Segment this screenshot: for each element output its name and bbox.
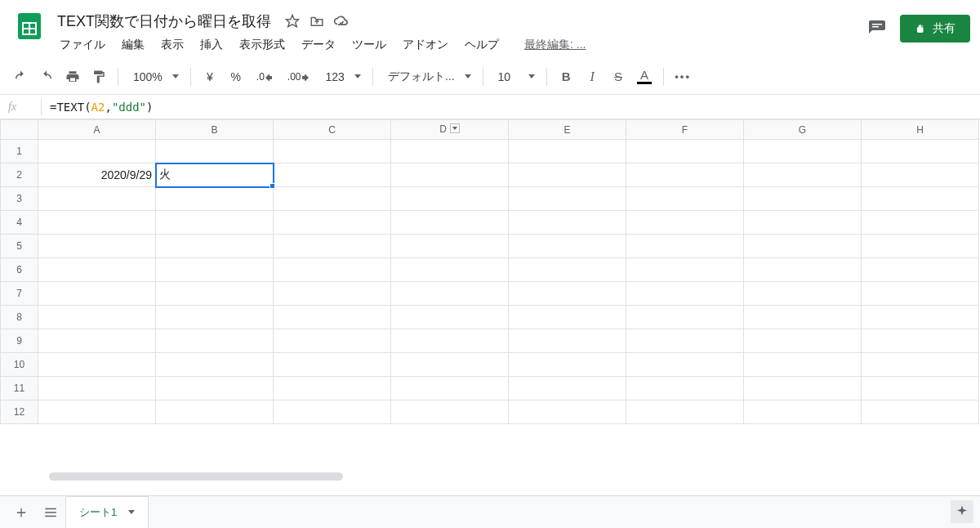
- column-header[interactable]: F: [626, 120, 744, 140]
- cell[interactable]: [156, 377, 274, 400]
- cell[interactable]: [862, 211, 979, 235]
- cell[interactable]: [509, 258, 626, 282]
- column-header[interactable]: A: [38, 120, 156, 140]
- cell[interactable]: [509, 329, 626, 353]
- cell[interactable]: [744, 187, 862, 211]
- cell[interactable]: 2020/9/29: [38, 163, 156, 187]
- add-sheet-button[interactable]: ＋: [7, 498, 36, 527]
- cloud-icon[interactable]: [333, 13, 350, 29]
- cell[interactable]: [744, 140, 862, 163]
- cell[interactable]: [626, 377, 744, 400]
- cell[interactable]: [38, 377, 156, 400]
- decrease-decimal-button[interactable]: .0: [250, 65, 279, 89]
- sheet-tab-1[interactable]: シート1: [65, 496, 149, 528]
- zoom-dropdown[interactable]: 100%: [125, 65, 184, 89]
- row-header[interactable]: 1: [1, 140, 38, 163]
- cell[interactable]: [274, 211, 391, 235]
- share-button[interactable]: 共有: [900, 15, 970, 43]
- cell[interactable]: [391, 258, 509, 282]
- cell[interactable]: [274, 282, 391, 306]
- cell[interactable]: [391, 187, 509, 211]
- cell[interactable]: [862, 400, 979, 424]
- cell[interactable]: [391, 377, 509, 400]
- cell[interactable]: [744, 258, 862, 282]
- row-header[interactable]: 12: [1, 400, 38, 424]
- cell[interactable]: [509, 211, 626, 235]
- cell[interactable]: [391, 353, 509, 377]
- cell[interactable]: [862, 235, 979, 258]
- cell[interactable]: [156, 400, 274, 424]
- spreadsheet-grid[interactable]: ABCDEFGH122020/9/29火3456789101112: [0, 119, 980, 482]
- cell[interactable]: [274, 306, 391, 329]
- cell[interactable]: [391, 235, 509, 258]
- cell[interactable]: [38, 187, 156, 211]
- formula-bar[interactable]: fx =TEXT(A2,"ddd"): [0, 95, 980, 119]
- cell[interactable]: [391, 329, 509, 353]
- cell[interactable]: [862, 306, 979, 329]
- cell[interactable]: [156, 353, 274, 377]
- row-header[interactable]: 9: [1, 329, 38, 353]
- cell[interactable]: [391, 211, 509, 235]
- bold-button[interactable]: B: [554, 65, 578, 89]
- column-header[interactable]: E: [509, 120, 626, 140]
- currency-button[interactable]: ¥: [198, 65, 222, 89]
- cell[interactable]: [626, 329, 744, 353]
- italic-button[interactable]: I: [580, 65, 604, 89]
- cell[interactable]: [156, 235, 274, 258]
- cell[interactable]: [274, 163, 391, 187]
- column-header[interactable]: C: [274, 120, 391, 140]
- column-header[interactable]: D: [391, 120, 509, 140]
- menu-tools[interactable]: ツール: [345, 34, 394, 56]
- column-header[interactable]: G: [744, 120, 862, 140]
- cell[interactable]: [862, 258, 979, 282]
- cell[interactable]: [862, 140, 979, 163]
- cell[interactable]: [862, 353, 979, 377]
- font-dropdown[interactable]: デフォルト...: [380, 65, 476, 89]
- cell[interactable]: [744, 377, 862, 400]
- cell[interactable]: [626, 353, 744, 377]
- explore-button[interactable]: [951, 500, 973, 523]
- cell[interactable]: [626, 400, 744, 424]
- move-icon[interactable]: [309, 13, 325, 29]
- cell[interactable]: [509, 163, 626, 187]
- cell[interactable]: [274, 258, 391, 282]
- selection-handle[interactable]: [270, 183, 275, 189]
- cell[interactable]: [509, 377, 626, 400]
- cell[interactable]: [862, 163, 979, 187]
- select-all-corner[interactable]: [1, 120, 38, 140]
- cell[interactable]: [38, 306, 156, 329]
- cell[interactable]: [38, 140, 156, 163]
- cell[interactable]: [156, 187, 274, 211]
- cell[interactable]: [38, 235, 156, 258]
- cell[interactable]: [626, 282, 744, 306]
- cell[interactable]: [744, 400, 862, 424]
- menu-view[interactable]: 表示: [154, 34, 191, 56]
- cell[interactable]: [156, 211, 274, 235]
- cell[interactable]: [626, 211, 744, 235]
- cell[interactable]: [156, 306, 274, 329]
- increase-decimal-button[interactable]: .00: [281, 65, 316, 89]
- menu-insert[interactable]: 挿入: [193, 34, 230, 56]
- cell[interactable]: [274, 187, 391, 211]
- menu-file[interactable]: ファイル: [52, 34, 113, 56]
- cell[interactable]: [391, 282, 509, 306]
- star-icon[interactable]: [284, 13, 301, 29]
- undo-icon[interactable]: [8, 65, 33, 89]
- number-format-dropdown[interactable]: 123: [318, 65, 366, 89]
- menu-format[interactable]: 表示形式: [232, 34, 292, 56]
- cell[interactable]: [744, 211, 862, 235]
- cell[interactable]: [38, 258, 156, 282]
- cell[interactable]: [156, 140, 274, 163]
- document-title[interactable]: TEXT関数で日付から曜日を取得: [52, 10, 276, 33]
- cell[interactable]: [274, 353, 391, 377]
- cell[interactable]: [274, 140, 391, 163]
- cell[interactable]: [626, 258, 744, 282]
- cell[interactable]: [156, 258, 274, 282]
- cell[interactable]: [391, 306, 509, 329]
- cell[interactable]: [156, 282, 274, 306]
- cell[interactable]: [744, 163, 862, 187]
- cell[interactable]: [509, 306, 626, 329]
- cell[interactable]: [391, 140, 509, 163]
- cell[interactable]: [38, 353, 156, 377]
- cell[interactable]: [626, 140, 744, 163]
